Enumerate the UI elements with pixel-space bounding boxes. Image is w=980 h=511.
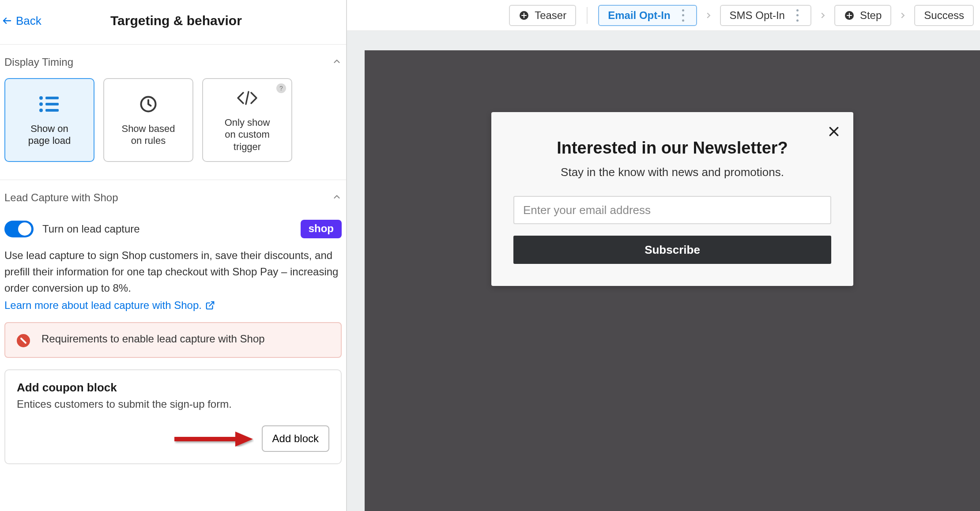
page-title: Targeting & behavior <box>11 13 342 28</box>
svg-rect-2 <box>45 97 59 99</box>
popup-subheading: Stay in the know with news and promotion… <box>513 165 831 179</box>
timing-option-label: Only show on custom trigger <box>220 116 275 153</box>
chevron-right-icon <box>703 10 714 21</box>
step-label: Email Opt-In <box>608 9 670 22</box>
step-success[interactable]: Success <box>914 5 974 26</box>
shop-badge: shop <box>301 220 342 238</box>
blocked-icon <box>17 334 30 347</box>
warning-text: Requirements to enable lead capture with… <box>41 333 265 345</box>
more-menu-icon[interactable] <box>679 9 687 22</box>
chevron-up-icon <box>332 56 342 68</box>
add-block-button[interactable]: Add block <box>262 425 329 452</box>
form-steps-bar: Teaser Email Opt-In SMS Opt-In Step <box>347 0 980 31</box>
chevron-right-icon <box>818 10 828 21</box>
timing-option-custom-trigger[interactable]: ? Only show on custom trigger <box>202 78 292 162</box>
step-teaser[interactable]: Teaser <box>509 5 576 26</box>
close-button[interactable] <box>824 122 844 141</box>
popup-heading: Interested in our Newsletter? <box>513 139 831 158</box>
step-sms-optin[interactable]: SMS Opt-In <box>720 5 811 26</box>
coupon-desc: Entices customers to submit the sign-up … <box>17 398 329 410</box>
more-menu-icon[interactable] <box>794 9 802 22</box>
chevron-right-icon <box>897 10 908 21</box>
learn-more-link[interactable]: Learn more about lead capture with Shop. <box>4 299 215 312</box>
step-label: SMS Opt-In <box>730 9 785 22</box>
lead-capture-toggle[interactable] <box>4 221 34 237</box>
lead-capture-toggle-row: Turn on lead capture shop <box>4 214 342 247</box>
svg-line-9 <box>209 301 214 306</box>
close-icon <box>827 125 841 138</box>
step-label: Success <box>924 9 964 22</box>
help-icon[interactable]: ? <box>276 83 286 93</box>
step-email-optin[interactable]: Email Opt-In <box>598 5 697 26</box>
email-placeholder: Enter your email address <box>523 203 651 217</box>
svg-line-8 <box>246 92 249 104</box>
external-link-icon <box>205 301 215 310</box>
chevron-up-icon <box>332 192 342 203</box>
step-divider <box>587 7 588 24</box>
plus-circle-icon <box>519 10 529 21</box>
toggle-label: Turn on lead capture <box>42 223 140 235</box>
clock-icon <box>139 94 158 115</box>
svg-point-3 <box>39 102 43 106</box>
timing-option-rules[interactable]: Show based on rules <box>103 78 193 162</box>
step-label: Step <box>860 9 882 22</box>
step-label: Teaser <box>535 9 566 22</box>
section-title: Lead Capture with Shop <box>4 192 118 204</box>
svg-rect-6 <box>45 109 59 112</box>
preview-area: Teaser Email Opt-In SMS Opt-In Step <box>347 0 980 511</box>
section-header-display-timing[interactable]: Display Timing <box>4 45 342 78</box>
newsletter-popup: Interested in our Newsletter? Stay in th… <box>491 112 853 286</box>
step-add-step[interactable]: Step <box>834 5 891 26</box>
lead-capture-description: Use lead capture to sign Shop customers … <box>4 247 342 299</box>
requirements-warning[interactable]: Requirements to enable lead capture with… <box>4 322 342 358</box>
svg-point-5 <box>39 109 43 112</box>
panel-header: Back Targeting & behavior <box>0 0 346 45</box>
svg-marker-11 <box>235 432 253 447</box>
timing-option-label: Show based on rules <box>117 123 179 147</box>
section-display-timing: Display Timing Show on <box>0 45 346 180</box>
svg-rect-10 <box>174 437 236 441</box>
list-icon <box>38 94 60 115</box>
subscribe-button[interactable]: Subscribe <box>513 236 831 264</box>
section-header-lead-capture[interactable]: Lead Capture with Shop <box>4 180 342 214</box>
coupon-title: Add coupon block <box>17 381 329 395</box>
add-coupon-block-card: Add coupon block Entices customers to su… <box>4 369 342 464</box>
timing-options: Show on page load Show based on rules ? <box>4 78 342 180</box>
preview-stage: Interested in our Newsletter? Stay in th… <box>365 50 980 511</box>
timing-option-page-load[interactable]: Show on page load <box>4 78 94 162</box>
preview-canvas-wrap: Interested in our Newsletter? Stay in th… <box>347 31 980 511</box>
learn-more-label: Learn more about lead capture with Shop. <box>4 299 202 312</box>
code-icon <box>235 87 259 109</box>
plus-circle-icon <box>844 10 855 21</box>
pointer-arrow-annotation <box>174 431 254 447</box>
timing-option-label: Show on page load <box>24 123 75 147</box>
svg-point-1 <box>39 96 43 100</box>
section-lead-capture: Lead Capture with Shop Turn on lead capt… <box>0 180 346 477</box>
email-input[interactable]: Enter your email address <box>513 196 831 224</box>
svg-rect-4 <box>45 103 59 105</box>
section-title: Display Timing <box>4 56 73 68</box>
settings-panel: Back Targeting & behavior Display Timing <box>0 0 347 511</box>
